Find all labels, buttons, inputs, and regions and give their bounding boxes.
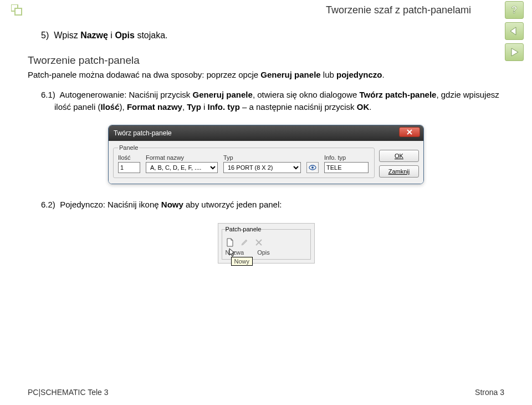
create-patch-panels-dialog: Twórz patch-panele Panele Ilość Format n… <box>108 125 424 184</box>
step-6-1: 6.1) Autogenerowanie: Naciśnij przycisk … <box>41 89 504 113</box>
page-breadcrumb: Tworzenie szaf z patch-panelami <box>326 4 471 16</box>
preview-eye-button[interactable] <box>306 162 319 173</box>
nav-buttons: ? <box>505 1 524 61</box>
format-label: Format nazwy <box>146 154 218 161</box>
ilosc-label: Ilość <box>118 154 140 161</box>
section-title: Tworzenie patch-panela <box>28 54 504 67</box>
svg-marker-4 <box>511 48 518 56</box>
dialog-zamknij-button[interactable]: Zamknij <box>379 165 419 178</box>
svg-marker-3 <box>510 27 516 35</box>
col-opis: Opis <box>257 249 270 256</box>
page-footer: PC|SCHEMATIC Tele 3 Strona 3 <box>28 388 504 397</box>
footer-left: PC|SCHEMATIC Tele 3 <box>28 388 109 397</box>
format-select[interactable]: A, B, C, D, E, F, .... <box>146 162 218 173</box>
nav-prev-button[interactable] <box>505 22 524 40</box>
svg-rect-1 <box>15 8 22 15</box>
dialog-ok-button[interactable]: OK <box>379 150 419 162</box>
section-intro: Patch-panele można dodawać na dwa sposob… <box>28 69 504 81</box>
new-icon[interactable] <box>226 238 234 247</box>
dialog-title-text: Twórz patch-panele <box>114 129 172 137</box>
info-label: Info. typ <box>324 154 369 161</box>
footer-right: Strona 3 <box>475 388 504 397</box>
nav-next-button[interactable] <box>505 43 524 61</box>
tooltip-nowy: Nowy <box>231 257 253 266</box>
doc-corner-icon <box>11 4 23 17</box>
info-input[interactable] <box>324 162 369 173</box>
dialog-titlebar: Twórz patch-panele <box>109 125 423 141</box>
snippet-legend: Patch-panele <box>226 226 262 232</box>
dialog-close-button[interactable] <box>399 127 420 137</box>
svg-point-8 <box>311 166 314 169</box>
edit-icon[interactable] <box>240 238 249 247</box>
typ-select[interactable]: 16 PORT (8 X 2) <box>223 162 301 173</box>
ilosc-input[interactable] <box>118 162 140 173</box>
fieldset-legend-panele: Panele <box>118 144 139 151</box>
step-6-2: 6.2) Pojedynczo: Naciśnij ikonę Nowy aby… <box>41 199 504 211</box>
step-5: 5) Wpisz Nazwę i Opis stojaka. <box>41 31 504 40</box>
delete-icon[interactable] <box>254 238 263 247</box>
help-button[interactable]: ? <box>505 1 524 19</box>
svg-text:?: ? <box>511 4 518 16</box>
typ-label: Typ <box>223 154 301 161</box>
patch-panele-snippet: Patch-panele Nazwa Opis Nowy <box>218 223 315 264</box>
